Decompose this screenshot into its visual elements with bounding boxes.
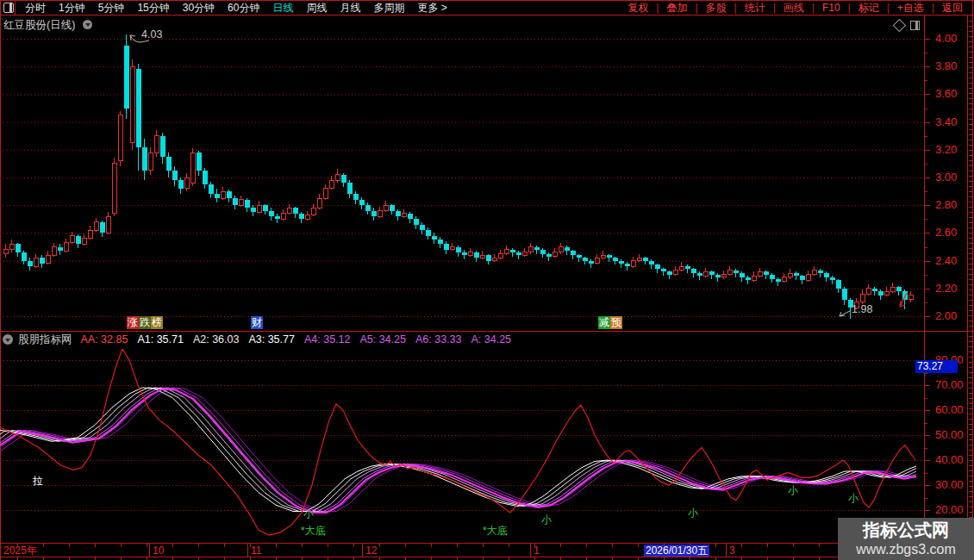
indicator-value-6: A6: 33.33 bbox=[415, 333, 462, 346]
indicator-value-5: A5: 34.25 bbox=[359, 333, 406, 346]
date-axis-item-6: 3 bbox=[729, 544, 735, 557]
period-tabs: 分时1分钟5分钟15分钟30分钟60分钟日线周线月线多周期更多 > bbox=[25, 0, 447, 16]
period-tab-9[interactable]: 多周期 bbox=[373, 0, 404, 16]
toolbar-action-7[interactable]: +自选 bbox=[890, 0, 932, 16]
date-axis-item-0: 2025年 bbox=[3, 544, 37, 557]
indicator-label: 小 bbox=[688, 507, 698, 519]
indicator-value-2: A2: 36.03 bbox=[193, 333, 240, 346]
indicator-value-1: A1: 35.71 bbox=[137, 333, 184, 346]
collapse-chevron-icon[interactable] bbox=[3, 334, 13, 345]
indicator-name[interactable]: 股朋指标网 bbox=[18, 333, 72, 347]
period-tab-8[interactable]: 月线 bbox=[340, 0, 360, 16]
indicator-label: *大底 bbox=[483, 525, 508, 537]
chart-title: 红豆股份(日线) bbox=[3, 18, 75, 33]
frame-lines bbox=[0, 0, 974, 560]
indicator-value-0: AA: 32.85 bbox=[81, 333, 128, 346]
period-tab-1[interactable]: 1分钟 bbox=[59, 0, 85, 16]
window-layout-icon-bar bbox=[9, 3, 12, 12]
period-tab-3[interactable]: 15分钟 bbox=[137, 0, 169, 16]
toolbar-action-8[interactable]: 返回 bbox=[934, 0, 971, 16]
signal-tag: 财 bbox=[251, 316, 263, 329]
chevron-down-icon[interactable] bbox=[83, 20, 92, 29]
split-window-icon[interactable] bbox=[910, 21, 920, 30]
toolbar-action-2[interactable]: 多股 bbox=[698, 0, 734, 16]
toolbar-actions: 复权|叠加|多股|统计|画线|F10|标记|+自选|返回 bbox=[620, 0, 971, 16]
toolbar-action-6[interactable]: 标记 bbox=[851, 0, 887, 16]
candles-layer bbox=[4, 34, 914, 319]
indicator-current-value-badge: 73.27 bbox=[915, 360, 958, 373]
period-tab-0[interactable]: 分时 bbox=[25, 0, 46, 16]
period-tab-4[interactable]: 30分钟 bbox=[183, 0, 215, 16]
date-axis-item-2: 11 bbox=[251, 544, 261, 557]
window-layout-icon[interactable] bbox=[3, 3, 14, 13]
period-tab-5[interactable]: 60分钟 bbox=[228, 0, 259, 16]
indicator-values: AA: 32.85A1: 35.71A2: 36.03A3: 35.77A4: … bbox=[81, 333, 512, 346]
signal-tag: 跌 bbox=[139, 316, 151, 329]
indicator-label: 小 bbox=[848, 492, 858, 504]
trading-app-window: 分时1分钟5分钟15分钟30分钟60分钟日线周线月线多周期更多 > 复权|叠加|… bbox=[0, 0, 974, 560]
date-axis-item-3: 12 bbox=[365, 544, 377, 557]
indicator-value-4: A4: 35.12 bbox=[304, 333, 351, 346]
toolbar-action-4[interactable]: 画线 bbox=[776, 0, 812, 16]
indicator-lines bbox=[0, 349, 952, 535]
indicator-label: 小 bbox=[541, 513, 552, 526]
indicator-gridlines bbox=[0, 361, 922, 511]
period-tab-6[interactable]: 日线 bbox=[272, 0, 293, 16]
signal-tag: 预 bbox=[610, 316, 622, 329]
indicator-label: 拉 bbox=[33, 475, 43, 487]
indicator-label: *大底 bbox=[301, 525, 326, 537]
date-axis-item-4: 1 bbox=[534, 544, 540, 557]
period-tab-10[interactable]: 更多 > bbox=[417, 0, 446, 16]
indicator-label: 小 bbox=[303, 507, 314, 520]
signal-tag: 榜 bbox=[151, 316, 163, 329]
indicator-header: 股朋指标网 AA: 32.85A1: 35.71A2: 36.03A3: 35.… bbox=[0, 333, 511, 346]
top-toolbar: 分时1分钟5分钟15分钟30分钟60分钟日线周线月线多周期更多 > 复权|叠加|… bbox=[0, 0, 974, 16]
signal-tag: 涨 bbox=[127, 316, 139, 329]
watermark-site-name: 指标公式网 bbox=[838, 519, 974, 541]
watermark: 指标公式网 www.zbgs3.com bbox=[838, 518, 974, 560]
watermark-site-url: www.zbgs3.com bbox=[838, 541, 974, 558]
toolbar-action-3[interactable]: 统计 bbox=[737, 0, 773, 16]
toolbar-action-1[interactable]: 叠加 bbox=[659, 0, 695, 16]
indicator-value-3: A3: 35.77 bbox=[248, 333, 295, 346]
date-axis-item-1: 10 bbox=[153, 544, 164, 557]
period-tab-2[interactable]: 5分钟 bbox=[98, 0, 125, 16]
low-price-annotation: 1.98 bbox=[852, 303, 872, 315]
toolbar-action-5[interactable]: F10 bbox=[815, 0, 848, 16]
period-tab-7[interactable]: 周线 bbox=[306, 0, 327, 16]
split-window-icon-bar bbox=[915, 22, 918, 29]
signal-tag: 减 bbox=[598, 316, 610, 329]
indicator-value-7: A: 34.25 bbox=[471, 333, 512, 346]
chart-graphics bbox=[0, 0, 974, 560]
high-price-annotation: 4.03 bbox=[141, 28, 162, 40]
indicator-label: 小 bbox=[788, 484, 798, 496]
date-axis-item-5[interactable]: 2026/01/30五 bbox=[644, 544, 709, 557]
axis-ticks bbox=[924, 40, 930, 511]
toolbar-action-0[interactable]: 复权 bbox=[620, 0, 656, 16]
